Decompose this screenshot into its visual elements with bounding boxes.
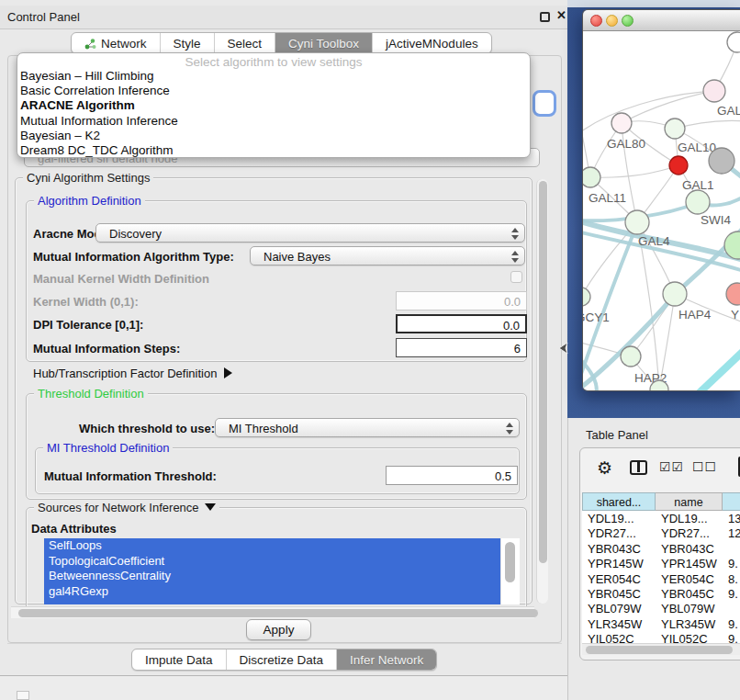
apply-button[interactable]: Apply <box>246 619 311 640</box>
table-cell: 8. <box>723 571 740 586</box>
dpi-tolerance-field[interactable]: 0.0 <box>396 314 527 333</box>
mi-type-combo[interactable]: Naive Bayes <box>250 246 525 265</box>
table-cell: YBR045C <box>582 586 656 601</box>
subtab-label: Discretize Data <box>240 653 324 667</box>
aracne-mode-combo[interactable]: Discovery <box>95 223 525 243</box>
table-row[interactable]: YPR145WYPR145W9. <box>582 556 740 570</box>
tab-select[interactable]: Select <box>215 33 276 53</box>
which-threshold-combo[interactable]: MI Threshold <box>215 418 520 437</box>
table-cell: 9. <box>723 586 740 601</box>
table-cell: YBR045C <box>656 586 723 601</box>
table-toolbar: ⚙ ☑☑ ☐☐ <box>580 448 740 492</box>
tab-label: Select <box>228 37 263 51</box>
table-cell: YDR27... <box>582 525 656 540</box>
table-row[interactable]: YIL052CYIL052C9. <box>582 631 740 643</box>
table-row[interactable]: YLR345WYLR345W9. <box>582 616 740 631</box>
mi-threshold-field[interactable]: 0.5 <box>386 466 518 485</box>
algorithm-definition-title: Algorithm Definition <box>34 194 145 208</box>
kernel-width-field[interactable]: 0.0 <box>396 291 527 310</box>
columns-icon[interactable] <box>630 460 647 475</box>
network-node <box>611 113 632 133</box>
settings-horizontal-scrollbar[interactable] <box>11 606 534 618</box>
subtab-impute-data[interactable]: Impute Data <box>132 649 227 670</box>
attribute-item[interactable]: TopologicalCoefficient <box>44 554 500 570</box>
tab-label: Style <box>174 37 201 51</box>
threshold-definition-title: Threshold Definition <box>34 387 148 401</box>
minimize-traffic-light-icon[interactable] <box>606 15 618 27</box>
table-row[interactable]: YBL079WYBL079W <box>582 601 740 615</box>
stepper-arrows-icon <box>510 250 519 263</box>
network-window-titlebar <box>583 10 740 31</box>
mi-steps-field[interactable]: 6 <box>396 338 527 357</box>
attribute-item[interactable]: SelfLoops <box>44 538 500 554</box>
tab-label: Cyni Toolbox <box>288 37 359 51</box>
network-view[interactable]: GALGAL80GAL10GAL1GAL11SWI4GAL4GCY1HAP4YH… <box>583 31 740 391</box>
collapsed-panel-icon[interactable] <box>17 691 29 700</box>
settings-vertical-scrollbar[interactable] <box>536 179 548 604</box>
zoom-traffic-light-icon[interactable] <box>622 15 633 27</box>
algorithm-option[interactable]: Basic Correlation Inference <box>17 84 530 98</box>
float-window-icon[interactable] <box>540 12 550 22</box>
network-node <box>663 282 687 306</box>
column-header[interactable]: name <box>656 492 723 511</box>
table-cell: YDR27... <box>656 525 723 540</box>
network-node <box>583 288 590 306</box>
algorithm-placeholder: Select algorithm to view settings <box>17 53 530 69</box>
stepper-arrows-icon <box>505 422 513 435</box>
table-cell: 12 <box>723 525 740 540</box>
attribute-item[interactable]: gal4RGexp <box>44 584 500 600</box>
which-threshold-value: MI Threshold <box>229 422 298 435</box>
data-attributes-list[interactable]: SelfLoopsTopologicalCoefficientBetweenne… <box>44 538 500 604</box>
algorithm-option[interactable]: Bayesian – Hill Climbing <box>17 69 530 84</box>
tab-network[interactable]: Network <box>72 33 161 53</box>
table-row[interactable]: YBR045CYBR045C9. <box>582 586 740 601</box>
control-panel-tabs: NetworkStyleSelectCyni ToolboxjActiveMNo… <box>71 32 492 54</box>
table-clip: shared...nameYDL19...YDL19...13YDR27...Y… <box>582 492 740 643</box>
data-attributes-label: Data Attributes <box>31 522 117 536</box>
algorithm-option[interactable]: Mutual Information Inference <box>17 114 530 129</box>
algorithm-option[interactable]: Dream8 DC_TDC Algorithm <box>17 143 530 158</box>
gear-icon[interactable]: ⚙ <box>597 457 612 479</box>
node-table[interactable]: shared...nameYDL19...YDL19...13YDR27...Y… <box>582 492 740 643</box>
control-panel: Control Panel ✕ NetworkStyleSelectCyni T… <box>0 0 569 676</box>
control-panel-titlebar: Control Panel ✕ <box>0 6 568 29</box>
application-root: Control Panel ✕ NetworkStyleSelectCyni T… <box>0 0 740 700</box>
subtab-label: Infer Network <box>350 653 423 667</box>
close-icon[interactable]: ✕ <box>556 8 566 22</box>
column-header[interactable] <box>723 492 740 511</box>
tab-jactivemnodules[interactable]: jActiveMNodules <box>373 33 491 53</box>
select-all-checkboxes-icon[interactable]: ☑☑ <box>659 459 684 474</box>
close-traffic-light-icon[interactable] <box>590 15 602 27</box>
deselect-all-checkboxes-icon[interactable]: ☐☐ <box>692 459 717 474</box>
table-cell: YBL079W <box>656 601 723 615</box>
mi-type-value: Naive Bayes <box>263 250 331 264</box>
table-cell: YDL19... <box>582 511 656 525</box>
column-header[interactable]: shared... <box>582 492 656 511</box>
table-cell: YBR043C <box>582 541 656 556</box>
subtab-infer-network[interactable]: Infer Network <box>337 649 436 670</box>
table-cell: 9. <box>723 631 740 643</box>
table-cell <box>723 601 740 615</box>
dpi-tolerance-label: DPI Tolerance [0,1]: <box>33 318 143 332</box>
attributes-scrollbar[interactable] <box>500 538 520 604</box>
hub-definition-toggle[interactable]: Hub/Transcription Factor Definition <box>33 367 232 380</box>
sources-title[interactable]: Sources for Network Inference <box>34 501 219 514</box>
table-row[interactable]: YBR043CYBR043C <box>582 541 740 556</box>
table-cell: 9. <box>723 616 740 631</box>
table-row[interactable]: YER054CYER054C8. <box>582 571 740 586</box>
tab-style[interactable]: Style <box>161 33 215 53</box>
algorithm-option[interactable]: Bayesian – K2 <box>17 129 530 143</box>
table-row[interactable]: YDR27...YDR27...12 <box>582 525 740 540</box>
inference-algorithm-combo-fragment[interactable] <box>533 90 556 117</box>
attribute-item[interactable]: BetweennessCentrality <box>44 569 500 584</box>
table-horizontal-scrollbar[interactable] <box>582 643 740 655</box>
table-row[interactable]: YDL19...YDL19...13 <box>582 511 740 525</box>
subtab-discretize-data[interactable]: Discretize Data <box>227 649 338 670</box>
manual-kernel-checkbox[interactable] <box>510 271 522 283</box>
manual-kernel-label: Manual Kernel Width Definition <box>33 272 209 286</box>
table-cell: 13 <box>723 511 740 525</box>
network-edge <box>622 91 714 123</box>
algorithm-option[interactable]: ARACNE Algorithm <box>17 98 530 113</box>
mouse-cursor <box>558 342 569 355</box>
tab-cyni-toolbox[interactable]: Cyni Toolbox <box>275 33 373 53</box>
